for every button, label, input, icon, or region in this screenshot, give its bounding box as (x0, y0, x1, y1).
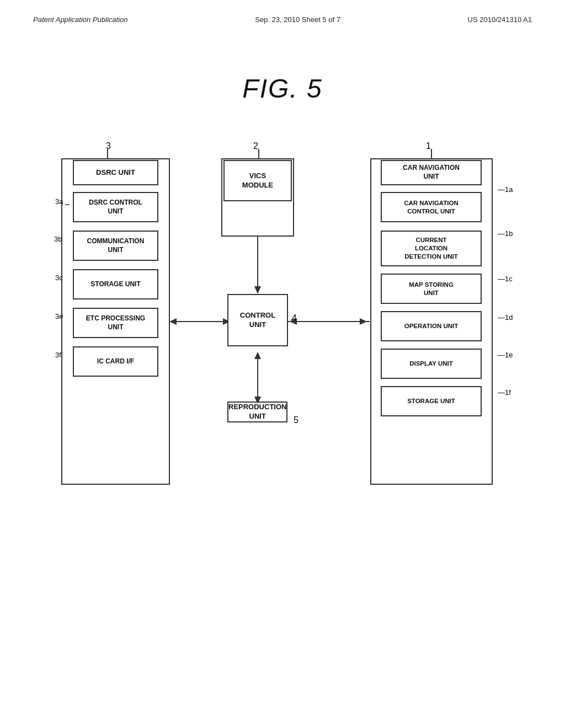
reproduction-unit-box: REPRODUCTIONUNIT (227, 402, 287, 422)
ic-card-if-box: IC CARD I/F (73, 346, 158, 377)
figure-title: FIG. 5 (0, 73, 565, 104)
storage-unit-1f-box: STORAGE UNIT (381, 386, 482, 416)
etc-processing-unit-box: ETC PROCESSINGUNIT (73, 308, 158, 338)
car-nav-control-unit-box: CAR NAVIGATIONCONTROL UNIT (381, 192, 482, 222)
header-right: US 2010/241310 A1 (468, 15, 532, 24)
car-nav-unit-title: CAR NAVIGATIONUNIT (381, 160, 482, 185)
vics-module-title: VICSMODULE (223, 160, 292, 201)
display-unit-box: DISPLAY UNIT (381, 349, 482, 379)
map-storing-unit-box: MAP STORINGUNIT (381, 274, 482, 304)
current-location-detection-unit-box: CURRENTLOCATIONDETECTION UNIT (381, 231, 482, 266)
label-5: 5 (294, 415, 299, 425)
svg-marker-10 (360, 318, 367, 325)
header-left: Patent Application Publication (33, 15, 128, 24)
dsrc-control-unit-box: DSRC CONTROLUNIT (73, 192, 158, 222)
label-3a: 3a (55, 197, 63, 206)
dsrc-unit-title: DSRC UNIT (73, 160, 158, 185)
label-3f: 3f (55, 351, 61, 359)
label-3c: 3c (55, 274, 63, 282)
storage-unit-3c-box: STORAGE UNIT (73, 269, 158, 299)
operation-unit-box: OPERATION UNIT (381, 311, 482, 341)
label-1b: —1b (498, 229, 513, 238)
label-1f: —1f (498, 388, 511, 397)
communication-unit-box: COMMUNICATIONUNIT (73, 231, 158, 261)
diagram: 3 2 1 DSRC UNIT CAR NAVIGATIONUNIT VICSM… (45, 126, 520, 556)
label-3b: 3b (54, 235, 62, 243)
label-1a: —1a (498, 185, 513, 194)
svg-marker-13 (254, 352, 261, 359)
label-4: 4 (292, 313, 297, 323)
label-1c: —1c (498, 275, 513, 283)
svg-marker-6 (169, 318, 177, 325)
header-center: Sep. 23, 2010 Sheet 5 of 7 (255, 15, 340, 24)
label-3e: 3e (55, 312, 63, 320)
label-1e: —1e (498, 351, 513, 359)
label-1d: —1d (498, 313, 513, 322)
svg-marker-4 (254, 286, 261, 294)
page-header: Patent Application Publication Sep. 23, … (0, 0, 565, 24)
control-unit-box: CONTROLUNIT (227, 294, 288, 346)
